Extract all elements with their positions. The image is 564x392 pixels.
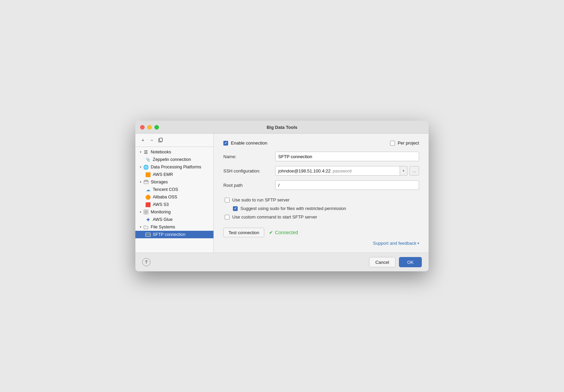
tree: ▾ ☰ Notebooks 📎 Zeppelin connection ▾ 🌐 …	[135, 147, 213, 253]
sftp-icon: SFTP	[145, 232, 151, 237]
window-controls	[140, 125, 159, 130]
suggest-sudo-checkbox[interactable]	[233, 206, 238, 211]
ssh-config-row: SSH configuration: johndoe@198.51.100.4:…	[223, 166, 419, 176]
left-panel: + − ▾ ☰ Notebooks 📎	[135, 134, 214, 253]
dialog: Big Data Tools + − ▾ ☰	[135, 121, 429, 271]
connected-icon: ✔	[269, 230, 273, 235]
use-custom-row: Use custom command to start SFTP server	[223, 214, 419, 220]
ssh-more-button[interactable]: …	[410, 166, 419, 176]
support-feedback-link[interactable]: Support and feedback ▾	[373, 241, 419, 246]
svg-rect-7	[144, 212, 146, 214]
tree-item-data-processing[interactable]: ▾ 🌐 Data Processing Platforms	[135, 163, 213, 171]
tree-item-label: Zeppelin connection	[153, 157, 191, 162]
alibaba-icon: 🟠	[145, 194, 151, 200]
test-connection-button[interactable]: Test connection	[223, 228, 264, 237]
tree-item-sftp[interactable]: SFTP SFTP connection	[135, 231, 213, 238]
dialog-body: + − ▾ ☰ Notebooks 📎	[135, 134, 429, 253]
use-sudo-label: Use sudo to run SFTP server	[232, 197, 290, 202]
ssh-config-label: SSH configuration:	[223, 168, 271, 174]
root-path-input[interactable]	[275, 180, 419, 190]
tree-item-alibaba-oss[interactable]: 🟠 Alibaba OSS	[135, 193, 213, 201]
use-sudo-checkbox[interactable]	[225, 198, 229, 202]
tree-item-aws-glue[interactable]: ✚ AWS Glue	[135, 216, 213, 223]
root-path-row: Root path	[223, 180, 419, 190]
chevron-icon: ▾	[138, 165, 143, 169]
connected-label: Connected	[275, 230, 298, 235]
title-bar: Big Data Tools	[135, 121, 429, 134]
top-row: Enable connection Per project	[223, 140, 419, 146]
tree-item-aws-emr[interactable]: 🟧 AWS EMR	[135, 171, 213, 178]
maximize-button[interactable]	[154, 125, 159, 130]
options-section: Use sudo to run SFTP server Suggest usin…	[223, 197, 419, 223]
chevron-icon: ▾	[138, 150, 143, 154]
name-label: Name:	[223, 154, 271, 159]
zeppelin-icon: 📎	[145, 157, 151, 162]
tree-item-label: Storages	[151, 180, 168, 184]
svg-text:SFTP: SFTP	[146, 233, 151, 236]
support-row: Support and feedback ▾	[223, 237, 419, 246]
per-project-label: Per project	[398, 140, 419, 146]
suggest-sudo-label: Suggest using sudo for files with restri…	[240, 206, 346, 211]
suggest-sudo-row: Suggest using sudo for files with restri…	[223, 206, 419, 211]
name-row: Name:	[223, 152, 419, 161]
bottom-bar: ? Cancel OK	[135, 253, 429, 271]
aws-glue-icon: ✚	[145, 217, 151, 222]
tree-item-aws-s3[interactable]: 🟥 AWS S3	[135, 201, 213, 208]
per-project-checkbox[interactable]	[390, 141, 395, 146]
name-input[interactable]	[275, 152, 419, 161]
cancel-button[interactable]: Cancel	[369, 257, 396, 267]
aws-emr-icon: 🟧	[145, 172, 151, 177]
ssh-select-display[interactable]: johndoe@198.51.100.4:22 password	[275, 166, 400, 176]
ok-button[interactable]: OK	[399, 257, 422, 267]
notebooks-icon: ☰	[143, 149, 149, 155]
tree-item-storages[interactable]: ▾ Storages	[135, 178, 213, 186]
tree-item-label: AWS S3	[153, 202, 169, 207]
support-chevron-icon: ▾	[417, 241, 419, 245]
tree-item-label: File Systems	[151, 225, 175, 229]
minimize-button[interactable]	[147, 125, 152, 130]
use-sudo-row: Use sudo to run SFTP server	[223, 197, 419, 202]
storages-icon	[143, 179, 149, 185]
tree-item-notebooks[interactable]: ▾ ☰ Notebooks	[135, 148, 213, 156]
svg-rect-6	[146, 210, 148, 212]
chevron-icon: ▾	[138, 225, 143, 229]
tree-item-label: AWS Glue	[153, 217, 173, 222]
right-panel: Enable connection Per project Name: SSH …	[214, 134, 429, 253]
help-button[interactable]: ?	[142, 258, 150, 266]
test-row: Test connection ✔ Connected	[223, 228, 419, 237]
ssh-select-wrap: johndoe@198.51.100.4:22 password ▾ …	[275, 166, 419, 176]
use-custom-checkbox[interactable]	[225, 215, 229, 220]
aws-s3-icon: 🟥	[145, 202, 151, 207]
per-project-row: Per project	[390, 140, 419, 146]
monitoring-icon	[143, 209, 149, 215]
tree-item-label: Tencent COS	[153, 187, 178, 192]
tree-item-tencent-cos[interactable]: ☁ Tencent COS	[135, 186, 213, 193]
window-title: Big Data Tools	[267, 125, 297, 130]
svg-rect-2	[160, 138, 162, 141]
ssh-value: johndoe@198.51.100.4:22	[278, 168, 330, 174]
root-path-label: Root path	[223, 183, 271, 188]
ssh-dropdown-icon[interactable]: ▾	[400, 166, 407, 176]
close-button[interactable]	[140, 125, 145, 130]
tree-item-label: Data Processing Platforms	[151, 165, 201, 169]
file-systems-icon	[143, 224, 149, 230]
add-button[interactable]: +	[139, 136, 147, 144]
tree-item-monitoring[interactable]: ▾ Monitoring	[135, 208, 213, 216]
connected-status: ✔ Connected	[269, 230, 298, 235]
tree-item-label: Alibaba OSS	[153, 195, 177, 199]
tree-item-label: Monitoring	[151, 210, 170, 214]
ssh-select-container: johndoe@198.51.100.4:22 password ▾	[275, 166, 407, 176]
bottom-actions: Cancel OK	[369, 257, 422, 267]
copy-button[interactable]	[157, 136, 165, 144]
enable-connection-label: Enable connection	[231, 140, 267, 146]
chevron-icon: ▾	[138, 180, 143, 184]
data-processing-icon: 🌐	[143, 164, 149, 170]
ssh-password: password	[332, 168, 352, 174]
enable-connection-checkbox[interactable]	[223, 141, 228, 146]
chevron-icon: ▾	[138, 210, 143, 214]
svg-rect-8	[146, 212, 148, 214]
support-label: Support and feedback	[373, 241, 416, 246]
remove-button[interactable]: −	[148, 136, 156, 144]
tree-item-file-systems[interactable]: ▾ File Systems	[135, 223, 213, 231]
tree-item-zeppelin[interactable]: 📎 Zeppelin connection	[135, 156, 213, 163]
